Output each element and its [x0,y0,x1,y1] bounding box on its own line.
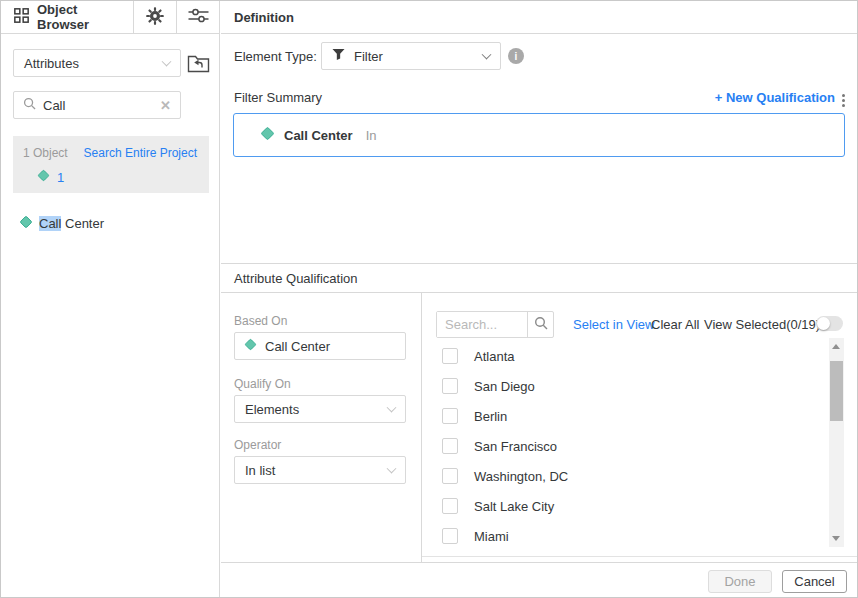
sliders-icon [188,7,209,27]
done-button[interactable]: Done [708,570,772,593]
element-label: Miami [474,529,509,544]
chevron-down-icon [387,464,397,474]
scrollbar-thumb[interactable] [830,361,843,421]
grid-icon [14,8,29,26]
cancel-button[interactable]: Cancel [782,570,847,593]
element-row[interactable]: San Francisco [436,431,821,461]
based-on-value: Call Center [265,339,330,354]
element-row[interactable]: Miami [436,521,821,551]
settings-button[interactable] [134,1,177,33]
object-type-value: Attributes [24,56,79,71]
qualification-attribute: Call Center [284,128,353,143]
view-selected-toggle[interactable] [816,316,843,331]
element-checkbox[interactable] [442,378,458,394]
tree-item-label-rest: Center [61,216,104,231]
search-entire-project-link[interactable]: Search Entire Project [84,146,197,160]
view-selected-label: View Selected(0/19) [704,317,820,332]
chevron-down-icon [482,50,492,60]
attribute-diamond-icon [37,169,50,185]
elements-search-input[interactable] [437,312,527,337]
element-label: Washington, DC [474,469,568,484]
attribute-qualification-header: Attribute Qualification [221,263,858,293]
element-row[interactable]: Washington, DC [436,461,821,491]
object-browser-panel: Object Browser [1,1,220,598]
element-row[interactable]: Berlin [436,401,821,431]
attribute-diamond-icon [244,338,257,354]
operator-dropdown[interactable]: In list [234,456,406,484]
result-type-count-chip[interactable]: 1 [13,160,209,185]
attribute-diamond-icon [19,215,33,232]
qualification-row[interactable]: Call Center In [233,113,845,157]
result-count-label: 1 Object [23,146,68,160]
element-type-dropdown[interactable]: Filter [321,42,501,70]
tree-item-label: Call Center [39,216,104,231]
object-browser-title: Object Browser [37,2,133,32]
element-type-value: Filter [354,49,383,64]
scroll-down-icon[interactable] [832,536,840,541]
element-checkbox[interactable] [442,348,458,364]
elements-scrollbar[interactable] [829,338,844,547]
qualify-on-value: Elements [245,402,299,417]
chevron-down-icon [162,57,172,67]
element-label: Atlanta [474,349,514,364]
element-checkbox[interactable] [442,528,458,544]
folder-up-icon [187,62,210,77]
qualification-operator: In [366,128,377,143]
element-row[interactable]: San Diego [436,371,821,401]
dialog-footer: Done Cancel [221,562,858,598]
object-browser-title-cell: Object Browser [1,1,134,33]
element-checkbox[interactable] [442,468,458,484]
clear-search-icon[interactable]: ✕ [160,99,171,112]
search-icon [534,316,548,333]
kebab-menu-icon[interactable] [841,93,846,108]
element-label: Berlin [474,409,507,424]
attribute-qualification-title: Attribute Qualification [234,271,358,286]
element-label: San Diego [474,379,535,394]
search-results-summary: 1 Object Search Entire Project 1 [13,136,209,193]
scroll-up-icon[interactable] [832,344,840,349]
object-browser-header: Object Browser [1,1,220,34]
elements-search-box [436,311,554,338]
element-checkbox[interactable] [442,408,458,424]
qualify-on-label: Qualify On [234,377,291,391]
info-icon[interactable]: i [508,48,524,64]
result-type-count: 1 [57,170,64,185]
element-label: Salt Lake City [474,499,554,514]
sidebar-search-input[interactable] [43,98,153,113]
gear-icon [146,7,164,28]
vertical-divider [421,293,422,562]
definition-header: Definition [221,1,858,34]
based-on-label: Based On [234,314,287,328]
element-checkbox[interactable] [442,498,458,514]
element-row[interactable]: Salt Lake City [436,491,821,521]
element-label: San Francisco [474,439,557,454]
select-in-view-link[interactable]: Select in View [573,317,654,332]
operator-label: Operator [234,438,281,452]
based-on-field[interactable]: Call Center [234,332,406,360]
filter-summary-label: Filter Summary [234,90,322,105]
display-options-button[interactable] [177,1,220,33]
object-type-dropdown[interactable]: Attributes [13,49,181,77]
search-match-highlight: Call [39,216,61,231]
search-icon [23,97,36,113]
filter-editor-dialog: Object Browser [0,0,858,598]
tree-item-call-center[interactable]: Call Center [19,212,104,234]
sidebar-search-box: ✕ [13,91,181,119]
element-row[interactable]: Atlanta [436,341,821,371]
clear-all-link[interactable]: Clear All [651,317,699,332]
element-type-label: Element Type: [234,49,317,64]
filter-icon [332,48,345,64]
list-bottom-border [422,556,858,557]
chevron-down-icon [387,403,397,413]
new-qualification-link[interactable]: + New Qualification [715,90,835,105]
browse-folder-button[interactable] [187,52,210,74]
element-checkbox[interactable] [442,438,458,454]
definition-title: Definition [234,10,294,25]
attribute-diamond-icon [260,126,275,144]
elements-search-button[interactable] [527,312,553,337]
qualify-on-dropdown[interactable]: Elements [234,395,406,423]
operator-value: In list [245,463,275,478]
